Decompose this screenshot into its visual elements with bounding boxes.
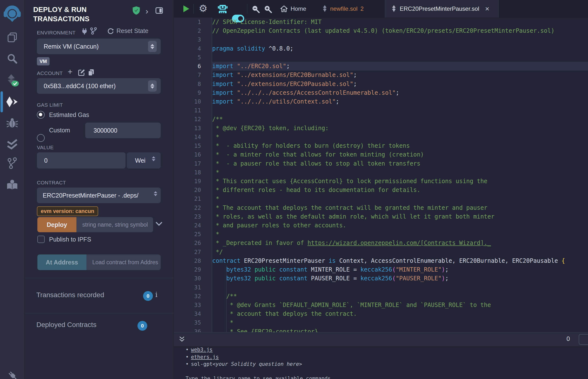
- line-number: 17: [174, 159, 212, 168]
- edit-account-icon[interactable]: [78, 69, 85, 77]
- code-line[interactable]: 13 * @dev {ERC20} token, including:: [174, 124, 588, 133]
- run-icon[interactable]: [183, 5, 190, 14]
- code-line[interactable]: 28contract ERC20PresetMinterPauser is Co…: [174, 256, 588, 265]
- tab-newfile[interactable]: newfile.sol 2: [318, 0, 368, 17]
- code-line[interactable]: 26 * _Deprecated in favor of https://wiz…: [174, 238, 588, 247]
- sidebar-item-plugin-manager[interactable]: [0, 370, 24, 379]
- fork-environment-icon[interactable]: [90, 27, 97, 36]
- sidebar-item-git[interactable]: [0, 155, 24, 172]
- sidebar-item-learneth[interactable]: [0, 176, 24, 193]
- custom-gas-radio[interactable]: [37, 134, 45, 142]
- code-line[interactable]: 25 *: [174, 230, 588, 238]
- terminal-search-box[interactable]: [579, 334, 588, 345]
- line-content: // SPDX-License-Identifier: MIT: [212, 17, 588, 26]
- line-number: 31: [174, 283, 212, 292]
- code-editor[interactable]: 1// SPDX-License-Identifier: MIT2// Open…: [174, 17, 588, 332]
- copy-account-icon[interactable]: [88, 69, 94, 77]
- sidebar-item-solidity-compiler[interactable]: [0, 72, 24, 89]
- code-line[interactable]: 16 * - a minter role that allows for tok…: [174, 150, 588, 159]
- line-content: *: [212, 318, 588, 327]
- code-line[interactable]: 21 *: [174, 194, 588, 203]
- line-number: 13: [174, 124, 212, 133]
- code-line[interactable]: 6import "../ERC20.sol";: [174, 62, 588, 71]
- sidebar-item-search[interactable]: [0, 50, 24, 67]
- contract-select[interactable]: ERC20PresetMinterPauser - .deps/: [37, 188, 161, 203]
- terminal-link[interactable]: web3.js: [191, 346, 213, 354]
- code-line[interactable]: 4pragma solidity ^0.8.0;: [174, 44, 588, 53]
- line-number: 34: [174, 309, 212, 318]
- ai-assistant-icon[interactable]: [217, 3, 229, 16]
- terminal-line: [174, 368, 588, 375]
- bullet: •: [186, 354, 191, 361]
- pin-panel-icon[interactable]: [155, 7, 163, 15]
- tab-label: ERC20PresetMinterPauser.sol: [400, 5, 479, 12]
- collapse-panel-chevron[interactable]: ›: [146, 7, 148, 15]
- code-line[interactable]: 22 * The account that deploys the contra…: [174, 204, 588, 212]
- code-line[interactable]: 30 bytes32 public constant PAUSER_ROLE =…: [174, 274, 588, 283]
- code-line[interactable]: 18 *: [174, 168, 588, 177]
- code-line[interactable]: 11: [174, 106, 588, 115]
- custom-gas-input[interactable]: [85, 123, 161, 138]
- publish-ipfs-checkbox[interactable]: [37, 236, 45, 243]
- code-line[interactable]: 20 * different roles - head to its docum…: [174, 186, 588, 194]
- home-icon: [280, 5, 288, 12]
- code-line[interactable]: 32 /**: [174, 292, 588, 300]
- line-content: import "../extensions/ERC20Pausable.sol"…: [212, 79, 588, 88]
- value-input-wrap[interactable]: [37, 152, 125, 169]
- code-line[interactable]: 14 *: [174, 133, 588, 142]
- close-tab-icon[interactable]: ×: [485, 5, 489, 13]
- line-content: *: [212, 168, 588, 177]
- code-line[interactable]: 27 */: [174, 248, 588, 256]
- expand-deploy-chevron-icon[interactable]: [155, 222, 162, 227]
- sidebar-item-debugger[interactable]: [0, 114, 24, 131]
- tab-modified-badge: 2: [360, 5, 364, 12]
- custom-gas-value[interactable]: [93, 127, 155, 134]
- code-line[interactable]: 10import "../../../utils/Context.sol";: [174, 97, 588, 106]
- value-input[interactable]: [44, 157, 118, 164]
- at-address-input[interactable]: [92, 259, 159, 266]
- zoom-out-icon[interactable]: [251, 5, 260, 14]
- line-number: 28: [174, 256, 212, 265]
- code-line[interactable]: 31: [174, 283, 588, 292]
- zoom-in-icon[interactable]: [264, 5, 272, 14]
- code-line[interactable]: 23 * roles, as well as the default admin…: [174, 212, 588, 221]
- deploy-button[interactable]: Deploy: [37, 217, 77, 232]
- code-line[interactable]: 7import "../extensions/ERC20Burnable.sol…: [174, 71, 588, 79]
- code-line[interactable]: 33 * @dev Grants `DEFAULT_ADMIN_ROLE`, `…: [174, 300, 588, 309]
- sidebar-item-file-explorer[interactable]: [0, 29, 24, 46]
- code-line[interactable]: 35 *: [174, 318, 588, 327]
- sidebar-item-deploy-and-run[interactable]: [0, 93, 24, 111]
- code-line[interactable]: 2// OpenZeppelin Contracts (last updated…: [174, 26, 588, 35]
- code-line[interactable]: 24 * and pauser roles to other accounts.: [174, 221, 588, 230]
- tab-home[interactable]: Home: [277, 0, 310, 17]
- code-line[interactable]: 1// SPDX-License-Identifier: MIT: [174, 17, 588, 26]
- remix-logo[interactable]: [0, 3, 24, 23]
- tab-erc20presetminterpauser[interactable]: ERC20PresetMinterPauser.sol ×: [385, 0, 499, 17]
- at-address-button[interactable]: At Address: [37, 254, 86, 270]
- shield-icon: [133, 6, 140, 16]
- terminal-link[interactable]: ethers.js: [191, 354, 219, 361]
- code-line[interactable]: 29 bytes32 public constant MINTER_ROLE =…: [174, 265, 588, 274]
- code-line[interactable]: 19 * This contract uses {AccessControl} …: [174, 177, 588, 186]
- sidebar-item-unit-testing[interactable]: [0, 136, 24, 153]
- code-line[interactable]: 8import "../extensions/ERC20Pausable.sol…: [174, 79, 588, 88]
- code-line[interactable]: 5: [174, 53, 588, 62]
- account-select[interactable]: 0x5B3...eddC4 (100 ether): [37, 78, 161, 94]
- environment-select[interactable]: Remix VM (Cancun): [37, 39, 161, 54]
- code-line[interactable]: 34 * account that deploys the contract.: [174, 309, 588, 318]
- code-line[interactable]: 36 * See {ERC20-constructor}.: [174, 327, 588, 332]
- add-account-icon[interactable]: +: [68, 67, 73, 77]
- transactions-info-icon[interactable]: i: [155, 291, 157, 299]
- value-unit-select[interactable]: Wei: [127, 152, 161, 169]
- plug-environment-icon[interactable]: [81, 28, 88, 36]
- code-line[interactable]: 3: [174, 35, 588, 44]
- expand-terminal-icon[interactable]: [179, 336, 185, 344]
- environment-label: ENVIRONMENT: [37, 30, 76, 36]
- code-line[interactable]: 15 * - ability for holders to burn (dest…: [174, 142, 588, 150]
- code-line[interactable]: 9import "../../../access/AccessControlEn…: [174, 88, 588, 97]
- code-line[interactable]: 17 * - a pauser role that allows to stop…: [174, 159, 588, 168]
- estimated-gas-radio[interactable]: [37, 111, 45, 119]
- reset-state-button[interactable]: Reset State: [107, 27, 148, 34]
- code-line[interactable]: 12/**: [174, 115, 588, 124]
- deploy-args-input[interactable]: [82, 221, 151, 228]
